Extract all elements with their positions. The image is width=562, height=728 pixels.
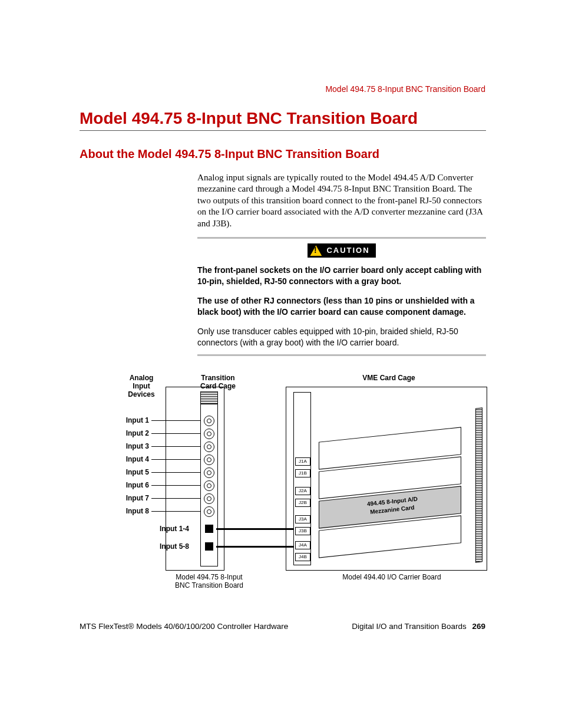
caution-paragraph-1: The front-panel sockets on the I/O carri… xyxy=(197,265,486,287)
caution-label: CAUTION xyxy=(326,246,369,256)
io-carrier-faceplate: J1A J1B J2A J2B J3A J3B J4A J4B xyxy=(293,392,311,565)
j-connector-label: J3B xyxy=(295,527,310,535)
j-connector-label: J2B xyxy=(295,499,310,507)
input-label: Input 4 xyxy=(115,455,149,463)
vme-cage-frame: J1A J1B J2A J2B J3A J3B J4A J4B 494.45 8… xyxy=(286,387,487,571)
signal-line xyxy=(151,511,201,512)
caution-badge-wrap: ! CAUTION xyxy=(197,243,486,258)
bnc-connector-icon xyxy=(204,506,214,517)
page-footer: MTS FlexTest® Models 40/60/100/200 Contr… xyxy=(80,622,485,631)
signal-line xyxy=(151,459,201,460)
bnc-connector-icon xyxy=(204,454,214,465)
input-label: Input 3 xyxy=(115,442,149,450)
heading-1: Model 494.75 8-Input BNC Transition Boar… xyxy=(80,109,486,128)
analog-input-devices-label: Analog Input Devices xyxy=(112,374,171,399)
caution-rule-bottom xyxy=(197,354,486,356)
signal-line xyxy=(151,446,201,447)
j-connector-label: J2A xyxy=(295,487,310,495)
body-text-block: Analog input signals are typically route… xyxy=(197,172,486,356)
j-connector-label: J1A xyxy=(295,457,310,466)
bnc-connector-icon xyxy=(204,480,214,491)
output-group-label: Input 1-4 xyxy=(155,525,189,533)
input-label: Input 5 xyxy=(115,468,149,476)
signal-line xyxy=(151,485,201,486)
rj50-connector-icon xyxy=(205,525,213,533)
caution-rule-top xyxy=(197,237,486,239)
j-connector-label: J3A xyxy=(295,515,310,523)
page-content: Model 494.75 8-Input BNC Transition Boar… xyxy=(80,83,486,592)
bnc-connector-icon xyxy=(204,493,214,504)
caption-text: BNC Transition Board xyxy=(175,581,243,589)
caption-text: Model 494.75 8-Input xyxy=(176,573,242,581)
warning-triangle-icon: ! xyxy=(310,245,322,256)
j-connector-label: J4B xyxy=(295,553,310,561)
backplane-connector-icon xyxy=(475,407,482,562)
diagram-caption-right: Model 494.40 I/O Carrier Board xyxy=(315,573,468,581)
post-caution-paragraph: Only use transducer cables equipped with… xyxy=(197,326,486,348)
page-number: 269 xyxy=(472,622,485,631)
rj50-connector-icon xyxy=(205,542,213,551)
bnc-connector-icon xyxy=(204,416,214,426)
caution-paragraph-2: The use of other RJ connectors (less tha… xyxy=(197,295,486,318)
intro-paragraph: Analog input signals are typically route… xyxy=(197,172,486,229)
transition-card xyxy=(200,391,218,566)
input-label: Input 8 xyxy=(115,507,149,515)
signal-line xyxy=(151,498,201,499)
input-label: Input 1 xyxy=(115,416,149,424)
input-label: Input 6 xyxy=(115,481,149,489)
bnc-connector-icon xyxy=(204,467,214,478)
caution-badge: ! CAUTION xyxy=(308,243,375,258)
bnc-connector-icon xyxy=(204,429,214,439)
j-connector-label: J4A xyxy=(295,541,310,549)
signal-line xyxy=(151,472,201,473)
output-group-label: Input 5-8 xyxy=(155,542,189,551)
carrier-board-3d: 494.45 8-Input A/D Mezzanine Card xyxy=(319,405,478,564)
signal-line xyxy=(151,420,201,421)
diagram-caption-left: Model 494.75 8-Input BNC Transition Boar… xyxy=(168,573,250,589)
input-label: Input 7 xyxy=(115,494,149,502)
wiring-diagram: Analog Input Devices Transition Card Cag… xyxy=(80,374,486,592)
footer-left: MTS FlexTest® Models 40/60/100/200 Contr… xyxy=(80,622,288,631)
heading-rule xyxy=(80,130,486,131)
transition-card-header xyxy=(201,392,217,404)
heading-2: About the Model 494.75 8-Input BNC Trans… xyxy=(80,147,486,161)
signal-line xyxy=(151,433,201,434)
footer-section: Digital I/O and Transition Boards xyxy=(352,622,466,631)
j-connector-label: J1B xyxy=(295,469,310,477)
footer-right: Digital I/O and Transition Boards 269 xyxy=(352,622,485,631)
bnc-connector-icon xyxy=(204,442,214,452)
vme-card-cage-label: VME Card Cage xyxy=(286,374,492,382)
input-label: Input 2 xyxy=(115,429,149,437)
